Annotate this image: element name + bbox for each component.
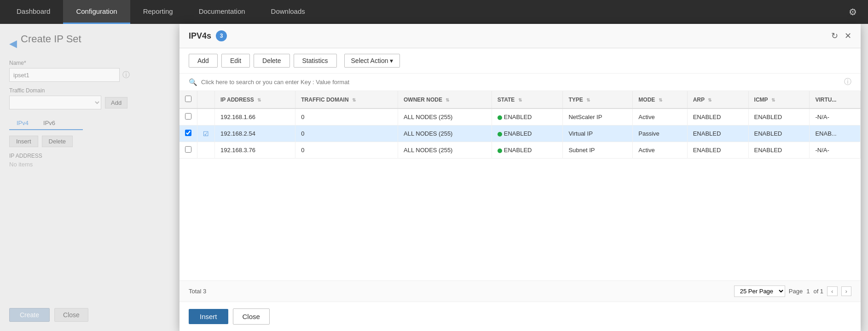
cell-ip-address: 192.168.1.66 (215, 108, 295, 126)
close-button-bg[interactable]: Close (54, 308, 88, 322)
col-owner-node: OWNER NODE ⇅ (398, 91, 492, 108)
back-icon[interactable]: ◀ (9, 38, 17, 50)
create-button-bg[interactable]: Create (9, 308, 50, 322)
cell-mode: Active (633, 108, 687, 126)
col-traffic-domain: TRAFFIC DOMAIN ⇅ (295, 91, 398, 108)
total-count: Total 3 (189, 288, 734, 295)
add-button[interactable]: Add (189, 54, 218, 68)
row-checkbox[interactable] (185, 113, 191, 120)
col-icmp: ICMP ⇅ (748, 91, 810, 108)
cell-type: NetScaler IP (563, 108, 633, 126)
cell-arp: ENABLED (687, 108, 748, 126)
select-all-checkbox[interactable] (185, 96, 191, 102)
page-current: 1 (806, 288, 810, 295)
cell-state: ENABLED (492, 126, 563, 142)
tab-dashboard[interactable]: Dashboard (4, 0, 63, 24)
tab-configuration[interactable]: Configuration (63, 0, 130, 24)
top-nav: Dashboard Configuration Reporting Docume… (0, 0, 868, 24)
modal-title: IPV4s (189, 31, 211, 41)
cell-traffic-domain: 0 (295, 142, 398, 159)
cell-state: ENABLED (492, 142, 563, 159)
ipv4s-modal: IPV4s 3 ↻ ✕ Add Edit Delete Statistics S… (179, 24, 861, 331)
tab-downloads[interactable]: Downloads (258, 0, 318, 24)
ipv4-table: IP ADDRESS ⇅ TRAFFIC DOMAIN ⇅ OWNER NODE… (179, 91, 861, 159)
edit-button[interactable]: Edit (221, 54, 250, 68)
cell-type: Virtual IP (563, 126, 633, 142)
col-type: TYPE ⇅ (563, 91, 633, 108)
cell-arp: ENABLED (687, 142, 748, 159)
select-action-dropdown[interactable]: Select Action ▾ (344, 54, 400, 68)
modal-badge: 3 (216, 30, 227, 41)
tab-reporting[interactable]: Reporting (130, 0, 186, 24)
modal-toolbar: Add Edit Delete Statistics Select Action… (179, 48, 861, 74)
close-icon[interactable]: ✕ (845, 31, 851, 41)
search-bar: 🔍 ⓘ (179, 74, 861, 91)
col-mode: MODE ⇅ (633, 91, 687, 108)
insert-button-main[interactable]: Insert (189, 309, 228, 324)
cell-traffic-domain: 0 (295, 108, 398, 126)
cell-type: Subnet IP (563, 142, 633, 159)
cell-owner-node: ALL NODES (255) (398, 142, 492, 159)
cell-virtual: ENAB... (810, 126, 861, 142)
tab-documentation[interactable]: Documentation (186, 0, 258, 24)
modal-action-row: Insert Close (179, 302, 861, 331)
search-input[interactable] (201, 79, 840, 86)
name-input[interactable] (9, 68, 120, 82)
name-label: Name* (9, 60, 175, 66)
table-row[interactable]: 192.168.3.76 0 ALL NODES (255) ENABLED S… (179, 142, 861, 159)
col-virtual: VIRTU... (810, 91, 861, 108)
delete-button[interactable]: Delete (254, 54, 289, 68)
close-button-main[interactable]: Close (233, 308, 270, 325)
insert-button-bg[interactable]: Insert (9, 136, 38, 147)
page-total: of 1 (813, 288, 823, 295)
add-button[interactable]: Add (105, 97, 127, 108)
cell-ip-address: 192.168.2.54 (215, 126, 295, 142)
modal-footer: Total 3 25 Per Page Page 1 of 1 ‹ › (179, 280, 861, 302)
page-label: Page (789, 288, 803, 295)
search-info-icon[interactable]: ⓘ (844, 77, 851, 87)
statistics-button[interactable]: Statistics (294, 54, 337, 68)
tab-ipv4[interactable]: IPv4 (9, 117, 36, 130)
cell-owner-node: ALL NODES (255) (398, 126, 492, 142)
table-row[interactable]: ☑ 192.168.2.54 0 ALL NODES (255) ENABLED… (179, 126, 861, 142)
cell-owner-node: ALL NODES (255) (398, 108, 492, 126)
table-container: IP ADDRESS ⇅ TRAFFIC DOMAIN ⇅ OWNER NODE… (179, 91, 861, 280)
cell-mode: Active (633, 142, 687, 159)
traffic-domain-label: Traffic Domain (9, 87, 175, 94)
create-ip-set-panel: ◀ Create IP Set Name* ⓘ Traffic Domain A… (0, 24, 184, 331)
row-checkbox[interactable] (185, 146, 191, 153)
pagination: 25 Per Page Page 1 of 1 ‹ › (734, 285, 851, 297)
cell-icmp: ENABLED (748, 108, 810, 126)
page-title: Create IP Set (21, 33, 81, 45)
per-page-select[interactable]: 25 Per Page (734, 285, 785, 297)
cell-icmp: ENABLED (748, 142, 810, 159)
cell-ip-address: 192.168.3.76 (215, 142, 295, 159)
row-checkbox[interactable] (185, 130, 191, 136)
cell-virtual: -N/A- (810, 108, 861, 126)
delete-button-bg[interactable]: Delete (42, 136, 73, 147)
col-arp: ARP ⇅ (687, 91, 748, 108)
cell-arp: ENABLED (687, 126, 748, 142)
search-icon: 🔍 (189, 78, 197, 86)
refresh-icon[interactable]: ↻ (831, 31, 838, 41)
info-icon: ⓘ (122, 70, 130, 80)
gear-icon[interactable]: ⚙ (841, 6, 864, 17)
cell-mode: Passive (633, 126, 687, 142)
cell-state: ENABLED (492, 108, 563, 126)
tab-ipv6[interactable]: IPv6 (36, 117, 63, 129)
cell-traffic-domain: 0 (295, 126, 398, 142)
cell-icmp: ENABLED (748, 126, 810, 142)
traffic-domain-select[interactable] (9, 96, 101, 109)
col-state: STATE ⇅ (492, 91, 563, 108)
col-ip-address: IP ADDRESS ⇅ (215, 91, 295, 108)
cell-virtual: -N/A- (810, 142, 861, 159)
ip-address-bg-label: IP ADDRESS (9, 153, 175, 159)
next-page-button[interactable]: › (841, 286, 851, 296)
prev-page-button[interactable]: ‹ (827, 286, 837, 296)
no-items-label: No items (9, 161, 175, 168)
table-row[interactable]: 192.168.1.66 0 ALL NODES (255) ENABLED N… (179, 108, 861, 126)
modal-header: IPV4s 3 ↻ ✕ (179, 24, 861, 48)
